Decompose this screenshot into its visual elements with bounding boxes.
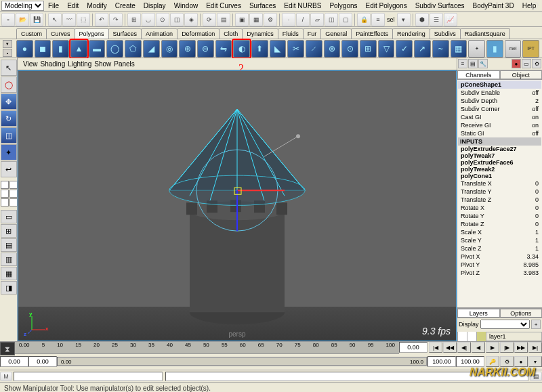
menu-edit-polygons[interactable]: Edit Polygons	[362, 1, 411, 10]
construction-history-button[interactable]: ▤	[217, 13, 230, 26]
tab-radiantsquare[interactable]: RadiantSquare	[460, 28, 510, 39]
redo-button[interactable]: ↷	[109, 13, 123, 26]
component-object-button[interactable]: ▢	[339, 13, 352, 26]
set-key-button[interactable]: ●	[514, 356, 528, 367]
component-uv-button[interactable]: ◫	[325, 13, 338, 26]
lasso-select-icon[interactable]: ◯	[1, 77, 17, 93]
poly-reduce-icon[interactable]: ▽	[378, 40, 395, 58]
range-disp-end-field[interactable]: 100.00	[428, 356, 456, 367]
open-scene-button[interactable]: 📂	[16, 13, 29, 26]
poly-booleans-icon[interactable]: ⊖	[197, 40, 214, 58]
autokey-button[interactable]: 🔑	[486, 356, 499, 367]
xform-row[interactable]: Rotate Z0	[458, 220, 541, 228]
poly-pyramid-icon[interactable]: ◢	[143, 40, 160, 58]
menu-subdiv[interactable]: Subdiv Surfaces	[411, 1, 469, 10]
shelf-menu-button[interactable]: ▾	[3, 40, 12, 48]
input-lock-button[interactable]: 🔒	[357, 13, 371, 26]
menu-bodypaint3d[interactable]: BodyPaint 3D	[469, 1, 518, 10]
attr-icon[interactable]: ▤	[468, 59, 478, 68]
graph-editor-button[interactable]: 📈	[444, 13, 457, 26]
ipt-icon[interactable]: IPT	[522, 40, 539, 58]
snap-curve-button[interactable]: ◡	[142, 13, 155, 26]
outliner-button[interactable]: ☰	[430, 13, 443, 26]
range-start-field[interactable]: 0.00	[0, 356, 28, 367]
poly-pipe-icon[interactable]: ◎	[161, 40, 178, 58]
poly-cut-icon[interactable]: ⟋	[306, 40, 322, 58]
poly-plane-icon[interactable]: ▬	[89, 40, 106, 58]
next-key-button[interactable]: |▶	[500, 342, 514, 353]
scale-tool-icon[interactable]: ◫	[1, 127, 17, 144]
new-layer-icon[interactable]: +	[531, 320, 541, 329]
menu-edit-nurbs[interactable]: Edit NURBS	[280, 1, 325, 10]
tab-subdivs[interactable]: Subdivs	[430, 28, 461, 39]
options-icon[interactable]: ⚙	[532, 59, 541, 68]
component-face-button[interactable]: ▱	[310, 13, 324, 26]
out-view-icon[interactable]: ▤	[1, 238, 17, 252]
layer-color-swatch[interactable]	[477, 332, 486, 341]
shape-name[interactable]: pConeShape1	[458, 81, 541, 89]
history-node[interactable]: polyTweak7	[458, 152, 541, 159]
xform-row[interactable]: Rotate X0	[458, 204, 541, 212]
step-back-button[interactable]: ◀◀	[443, 342, 457, 353]
command-input[interactable]	[14, 372, 163, 381]
tab-rendering[interactable]: Rendering	[392, 28, 430, 39]
menu-file[interactable]: File	[44, 1, 63, 10]
snap-grid-button[interactable]: ⊞	[127, 13, 141, 26]
attr-row[interactable]: Receive GIon	[458, 121, 541, 129]
xform-row[interactable]: Rotate Y0	[458, 212, 541, 220]
select-tool-icon[interactable]: ↖	[1, 60, 17, 76]
snap-point-button[interactable]: ⊙	[156, 13, 169, 26]
save-scene-button[interactable]: 💾	[30, 13, 43, 26]
poly-cleanup-icon[interactable]: ✓	[396, 40, 413, 58]
single-view-icon[interactable]: ▭	[1, 210, 17, 223]
range-end-field[interactable]: 100.00	[456, 356, 484, 367]
xform-row[interactable]: Pivot X3.34	[458, 253, 541, 261]
snap-live-button[interactable]: ◈	[184, 13, 198, 26]
layer-vis-toggle[interactable]	[458, 332, 467, 341]
attr-row[interactable]: Subdiv Corneroff	[458, 105, 541, 113]
shelf-trash-button[interactable]: ▪	[3, 49, 12, 57]
layer-row[interactable]: layer1	[457, 332, 542, 341]
tab-painteffects[interactable]: PaintEffects	[351, 28, 393, 39]
menu-polygons[interactable]: Polygons	[325, 1, 361, 10]
poly-extrude-icon[interactable]: ⬆	[251, 40, 268, 58]
move-tool-icon[interactable]: ✥	[1, 93, 17, 110]
step-fwd-button[interactable]: ▶▶	[514, 342, 528, 353]
time-ruler[interactable]: 0.00510152025303540455055606570758085909…	[15, 342, 399, 354]
component-edge-button[interactable]: /	[296, 13, 310, 26]
tab-layers[interactable]: Layers	[457, 309, 500, 318]
poly-cylinder2-icon[interactable]: ▮	[486, 40, 503, 58]
attr-row[interactable]: Subdiv Depth2	[458, 97, 541, 105]
layer-toggle-icon[interactable]: ▭	[522, 59, 531, 68]
last-tool-icon[interactable]: ↩	[1, 161, 17, 177]
red-dot-icon[interactable]: ●	[512, 59, 521, 68]
menu-display[interactable]: Display	[140, 1, 170, 10]
highlight-button[interactable]: ≡	[371, 13, 385, 26]
history-node[interactable]: polyExtrudeFace27	[458, 146, 541, 152]
current-frame-field[interactable]: 0.00	[399, 342, 428, 353]
snap-plane-button[interactable]: ◫	[170, 13, 184, 26]
layer-type-toggle[interactable]	[467, 332, 477, 341]
show-manipulator-icon[interactable]: ✦	[1, 144, 17, 160]
xform-row[interactable]: Translate Z0	[458, 196, 541, 204]
tab-object[interactable]: Object	[500, 70, 543, 79]
poly-smooth-icon[interactable]: ◐	[233, 40, 250, 58]
menu-edit-curves[interactable]: Edit Curves	[202, 1, 245, 10]
xform-row[interactable]: Translate X0	[458, 179, 541, 188]
ipr-render-button[interactable]: ▦	[249, 13, 263, 26]
vp-menu-view[interactable]: View	[23, 60, 38, 68]
new-scene-button[interactable]: ▫	[1, 13, 15, 26]
attr-row[interactable]: Subdiv Enableoff	[458, 89, 541, 97]
xform-row[interactable]: Scale Z1	[458, 244, 541, 253]
xform-row[interactable]: Pivot Z3.983	[458, 269, 541, 277]
tab-fluids[interactable]: Fluids	[278, 28, 304, 39]
persp-view-icon[interactable]: ◨	[1, 281, 17, 295]
component-vertex-button[interactable]: ·	[282, 13, 295, 26]
poly-bevel-icon[interactable]: ◣	[270, 40, 287, 58]
poly-mirror-icon[interactable]: ⇋	[215, 40, 232, 58]
undo-button[interactable]: ↶	[95, 13, 108, 26]
xform-row[interactable]: Pivot Y8.985	[458, 261, 541, 269]
tab-dynamics[interactable]: Dynamics	[242, 28, 278, 39]
viewport-persp[interactable]: y x z persp 9.3 fps	[18, 70, 457, 341]
history-node[interactable]: polyExtrudeFace6	[458, 159, 541, 166]
